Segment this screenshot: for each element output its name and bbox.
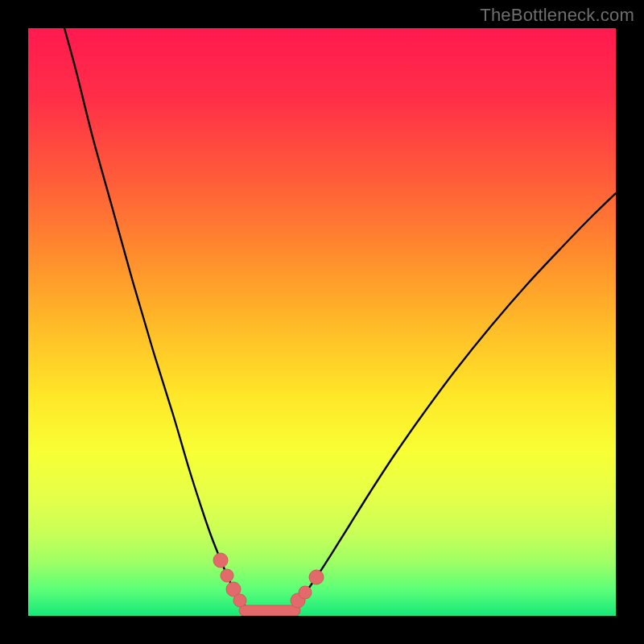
plot-area <box>28 28 616 616</box>
watermark-text: TheBottleneck.com <box>480 5 634 26</box>
threshold-markers <box>213 553 324 616</box>
marker-bead <box>299 586 312 599</box>
marker-bead <box>221 569 233 582</box>
marker-bead <box>309 570 324 584</box>
marker-bead <box>213 553 228 568</box>
marker-bead <box>233 594 246 607</box>
curve-line <box>64 28 616 616</box>
marker-bar <box>239 605 300 616</box>
chart-frame: TheBottleneck.com <box>0 0 644 644</box>
curve-layer <box>28 28 616 616</box>
